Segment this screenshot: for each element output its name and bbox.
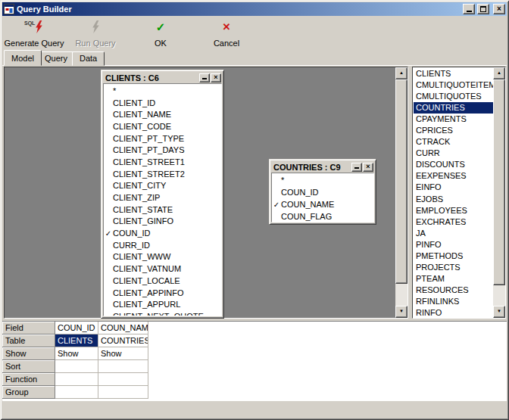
run-query-button[interactable]: Run Query — [67, 18, 124, 48]
countries-window-titlebar[interactable]: COUNTRIES : C9 × — [271, 161, 374, 173]
close-button[interactable]: × — [493, 4, 505, 14]
field-item[interactable]: CLIENT_GINFO — [104, 216, 221, 228]
table-list-item[interactable]: COUNTRIES — [414, 102, 493, 114]
maximize-button[interactable] — [477, 4, 489, 14]
field-item[interactable]: CLIENT_WWW — [104, 251, 221, 263]
field-item[interactable]: * — [104, 85, 221, 97]
criteria-grid: Field COUN_ID COUN_NAME Table CLIENTS CO… — [2, 321, 507, 401]
table-list-item[interactable]: CLIENTS — [414, 68, 493, 79]
grid-cell[interactable]: COUNTRIES — [98, 334, 148, 347]
close-button[interactable]: × — [363, 163, 373, 172]
field-item[interactable]: COUN_FLAG — [272, 210, 373, 222]
grid-cell[interactable] — [55, 373, 98, 386]
scrollbar-thumb[interactable] — [395, 79, 408, 284]
field-name: CLIENT_NAME — [113, 110, 171, 119]
field-item[interactable]: CLIENT_STATE — [104, 204, 221, 216]
grid-cell[interactable] — [98, 360, 148, 373]
minimize-button[interactable] — [351, 163, 362, 172]
table-list-item[interactable]: DISCOUNTS — [414, 159, 493, 170]
table-list-item[interactable]: RINFO — [414, 307, 493, 317]
generate-query-button[interactable]: SQL Generate Query — [2, 18, 67, 48]
cancel-button[interactable]: ✕ Cancel — [205, 18, 248, 48]
window-titlebar[interactable]: Query Builder × — [2, 2, 507, 16]
lightning-icon — [92, 20, 100, 33]
generate-query-icon: SQL — [24, 19, 44, 33]
grid-row-header: Field — [2, 322, 55, 334]
field-item[interactable]: CLIENT_ID — [104, 97, 221, 109]
field-item[interactable]: * — [272, 174, 373, 186]
run-query-label: Run Query — [75, 39, 115, 48]
grid-cell[interactable] — [98, 373, 148, 386]
ok-button[interactable]: ✓ OK — [141, 18, 180, 48]
clients-table-window: CLIENTS : C6 × * CLIENT_ID CLIENT_NAME C… — [101, 70, 224, 319]
table-list-item[interactable]: PROJECTS — [414, 262, 493, 273]
scroll-down-button[interactable]: ▼ — [493, 306, 505, 318]
table-list-item[interactable]: PINFO — [414, 239, 493, 250]
field-item[interactable]: CLIENT_NEXT_QUOTE — [104, 310, 221, 316]
grid-cell[interactable]: COUN_NAME — [98, 322, 148, 334]
check-icon: ✓ — [272, 201, 281, 209]
grid-cell-selected[interactable]: CLIENTS — [55, 334, 98, 347]
field-item[interactable]: CLIENT_CITY — [104, 180, 221, 192]
field-item[interactable]: CLIENT_LOCALE — [104, 275, 221, 287]
grid-cell[interactable]: Show — [98, 347, 148, 360]
scroll-up-button[interactable]: ▲ — [395, 67, 408, 79]
scroll-down-button[interactable]: ▼ — [395, 306, 408, 318]
cancel-icon: ✕ — [223, 19, 231, 33]
table-list-item[interactable]: EINFO — [414, 182, 493, 193]
table-list-item[interactable]: CMULTIQUOTES — [414, 91, 493, 102]
field-name: CLIENT_APPURL — [113, 300, 180, 309]
field-item[interactable]: CLIENT_STREET2 — [104, 168, 221, 180]
field-name: COUN_FLAG — [281, 212, 332, 221]
table-list-item[interactable]: RESOURCES — [414, 285, 493, 296]
field-item[interactable]: ✓ COUN_NAME — [272, 198, 373, 210]
field-item[interactable]: CLIENT_STREET1 — [104, 156, 221, 168]
field-item[interactable]: CLIENT_APPURL — [104, 298, 221, 310]
tables-vertical-scrollbar[interactable]: ▲ ▼ — [493, 67, 505, 318]
tab-query[interactable]: Query — [37, 51, 75, 66]
tab-data[interactable]: Data — [72, 51, 105, 66]
field-item[interactable]: CLIENT_NAME — [104, 108, 221, 120]
grid-cell[interactable] — [55, 360, 98, 373]
table-list-item[interactable]: CTRACK — [414, 136, 493, 148]
grid-cell[interactable]: COUN_ID — [55, 322, 98, 334]
table-list-item[interactable]: EMPLOYEES — [414, 205, 493, 216]
check-icon: ✓ — [104, 229, 113, 238]
field-item[interactable]: CLIENT_PT_TYPE — [104, 132, 221, 145]
table-list-item[interactable]: CMULTIQUOTEITEMS — [414, 79, 493, 91]
minimize-button[interactable] — [463, 4, 475, 14]
field-item[interactable]: COUN_ID — [272, 186, 373, 198]
table-list-item[interactable]: EXCHRATES — [414, 216, 493, 228]
field-item[interactable]: CLIENT_APPINFO — [104, 287, 221, 299]
ok-icon: ✓ — [156, 19, 166, 33]
field-item[interactable]: ✓ COUN_ID — [104, 227, 221, 239]
tab-model[interactable]: Model — [4, 50, 42, 66]
grid-cell[interactable] — [98, 386, 148, 399]
grid-row-function: Function — [2, 373, 507, 386]
close-button[interactable]: × — [211, 73, 221, 82]
table-list-item[interactable]: PMETHODS — [414, 250, 493, 262]
table-list-item[interactable]: CPAYMENTS — [414, 114, 493, 125]
table-list-item[interactable]: PTEAM — [414, 273, 493, 285]
canvas-vertical-scrollbar[interactable]: ▲ ▼ — [395, 67, 408, 318]
clients-window-titlebar[interactable]: CLIENTS : C6 × — [103, 72, 222, 83]
grid-cell[interactable]: Show — [55, 347, 98, 360]
grid-cell[interactable] — [55, 386, 98, 399]
field-item[interactable]: CLIENT_VATNUM — [104, 263, 221, 275]
grid-row-group: Group — [2, 386, 507, 399]
table-list-item[interactable]: EEXPENSES — [414, 170, 493, 182]
table-list-item[interactable]: JA — [414, 228, 493, 239]
scroll-up-button[interactable]: ▲ — [493, 67, 505, 79]
scrollbar-thumb[interactable] — [493, 79, 505, 285]
grid-row-header: Show — [2, 347, 55, 360]
field-item[interactable]: CLIENT_ZIP — [104, 191, 221, 204]
field-item[interactable]: CLIENT_CODE — [104, 120, 221, 132]
field-item[interactable]: CLIENT_PT_DAYS — [104, 144, 221, 156]
minimize-button[interactable] — [199, 73, 210, 82]
table-list-item[interactable]: RFINLINKS — [414, 296, 493, 307]
table-list-item[interactable]: CPRICES — [414, 125, 493, 136]
field-name: CURR_ID — [113, 241, 150, 250]
table-list-item[interactable]: CURR — [414, 148, 493, 159]
table-list-item[interactable]: EJOBS — [414, 194, 493, 205]
field-item[interactable]: CURR_ID — [104, 239, 221, 251]
